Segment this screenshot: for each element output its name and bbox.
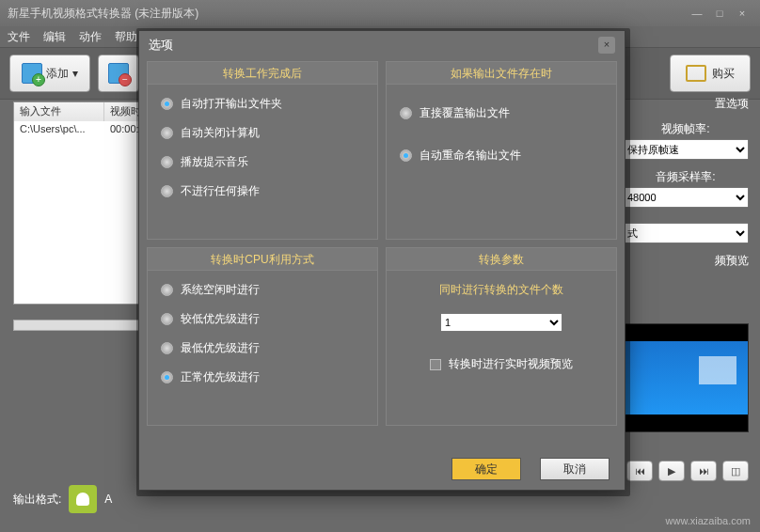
output-format-row: 输出格式: A [13, 485, 112, 513]
chevron-down-icon: ▾ [72, 67, 78, 80]
output-format-label: 输出格式: [13, 492, 61, 508]
video-preview [623, 323, 749, 432]
snapshot-button[interactable]: ◫ [722, 461, 749, 481]
close-window-button[interactable]: × [732, 5, 752, 22]
film-icon: + [22, 63, 42, 84]
samplerate-select[interactable]: 48000 [623, 187, 749, 208]
radio-icon [161, 156, 173, 168]
group-cpu-priority: 转换时CPU利用方式 系统空闲时进行 较低优先级进行 最低优先级进行 正常优先级… [147, 247, 378, 426]
window-title: 新星手机视频格式转换器 (未注册版本) [8, 6, 685, 22]
radio-rename[interactable]: 自动重命名输出文件 [400, 148, 603, 164]
ok-button[interactable]: 确定 [451, 458, 521, 480]
dialog-body: 转换工作完成后 自动打开输出文件夹 自动关闭计算机 播放提示音乐 不进行任何操作… [147, 61, 617, 445]
radio-icon [400, 107, 412, 119]
add-label: 添加 [46, 66, 69, 82]
dialog-footer: 确定 取消 [451, 458, 610, 480]
preview-head: 频预览 [623, 253, 749, 269]
samplerate-label: 音频采样率: [623, 169, 749, 185]
radio-overwrite[interactable]: 直接覆盖输出文件 [400, 105, 603, 121]
android-icon [69, 485, 97, 513]
group-title: 转换工作完成后 [148, 62, 377, 85]
group-convert-params: 转换参数 同时进行转换的文件个数 1 转换时进行实时视频预览 [386, 247, 617, 426]
radio-do-nothing[interactable]: 不进行任何操作 [161, 183, 364, 199]
remove-button[interactable]: − [98, 55, 139, 92]
framerate-label: 视频帧率: [623, 121, 749, 137]
options-dialog: 选项 × 转换工作完成后 自动打开输出文件夹 自动关闭计算机 播放提示音乐 不进… [138, 30, 625, 491]
radio-icon [161, 342, 173, 354]
cancel-button[interactable]: 取消 [540, 458, 610, 480]
add-button[interactable]: + 添加 ▾ [9, 55, 90, 92]
film-icon: − [108, 63, 129, 84]
realtime-preview-checkbox[interactable]: 转换时进行实时视频预览 [430, 356, 573, 372]
cell-file: C:\Users\pc\... [14, 121, 104, 138]
titlebar: 新星手机视频格式转换器 (未注册版本) — □ × [0, 0, 760, 26]
buy-label: 购买 [712, 66, 735, 82]
close-icon[interactable]: × [598, 37, 615, 54]
options-head: 置选项 [623, 96, 749, 112]
watermark: www.xiazaiba.com [666, 515, 751, 526]
dialog-titlebar: 选项 × [139, 31, 625, 59]
prev-button[interactable]: ⏮ [626, 461, 653, 481]
checkbox-icon [430, 359, 441, 370]
radio-icon [161, 371, 173, 383]
group-title: 转换参数 [387, 248, 616, 271]
radio-open-folder[interactable]: 自动打开输出文件夹 [161, 96, 364, 112]
radio-shutdown[interactable]: 自动关闭计算机 [161, 125, 364, 141]
radio-normal[interactable]: 正常优先级进行 [161, 369, 364, 385]
concurrent-caption: 同时进行转换的文件个数 [439, 282, 563, 298]
group-after-convert: 转换工作完成后 自动打开输出文件夹 自动关闭计算机 播放提示音乐 不进行任何操作 [147, 61, 378, 240]
maximize-button[interactable]: □ [709, 5, 730, 22]
col-input[interactable]: 输入文件 [14, 102, 104, 121]
radio-icon [161, 127, 173, 139]
main-window: 新星手机视频格式转换器 (未注册版本) — □ × 文件 编辑 动作 帮助 + … [0, 0, 760, 532]
preview-overlay [699, 356, 736, 384]
menu-action[interactable]: 动作 [79, 29, 102, 45]
radio-lower[interactable]: 较低优先级进行 [161, 311, 364, 327]
cart-icon [686, 65, 706, 82]
concurrent-select[interactable]: 1 [440, 313, 562, 332]
dialog-title: 选项 [149, 37, 598, 54]
menu-edit[interactable]: 编辑 [43, 29, 66, 45]
group-title: 如果输出文件存在时 [387, 62, 616, 85]
radio-idle[interactable]: 系统空闲时进行 [161, 282, 364, 298]
menu-help[interactable]: 帮助 [115, 29, 137, 45]
next-button[interactable]: ⏭ [690, 461, 717, 481]
output-format-short: A [104, 493, 112, 506]
right-panel: 置选项 视频帧率: 保持原帧速 音频采样率: 48000 式 频预览 [623, 102, 749, 269]
radio-icon [161, 98, 173, 110]
radio-icon [400, 149, 412, 162]
minimize-button[interactable]: — [687, 5, 707, 22]
group-if-exists: 如果输出文件存在时 直接覆盖输出文件 自动重命名输出文件 [386, 61, 617, 240]
media-controls: ⏮ ▶ ⏭ ◫ [626, 461, 749, 481]
radio-icon [161, 185, 173, 197]
extra-select[interactable]: 式 [623, 223, 749, 243]
radio-icon [161, 313, 173, 325]
group-title: 转换时CPU利用方式 [148, 248, 377, 271]
menu-file[interactable]: 文件 [8, 29, 30, 45]
framerate-select[interactable]: 保持原帧速 [623, 139, 749, 160]
radio-play-sound[interactable]: 播放提示音乐 [161, 154, 364, 170]
minus-badge-icon: − [119, 73, 132, 86]
plus-badge-icon: + [32, 73, 45, 86]
play-button[interactable]: ▶ [658, 461, 685, 481]
radio-icon [161, 284, 173, 296]
radio-lowest[interactable]: 最低优先级进行 [161, 340, 364, 356]
buy-button[interactable]: 购买 [670, 55, 751, 92]
